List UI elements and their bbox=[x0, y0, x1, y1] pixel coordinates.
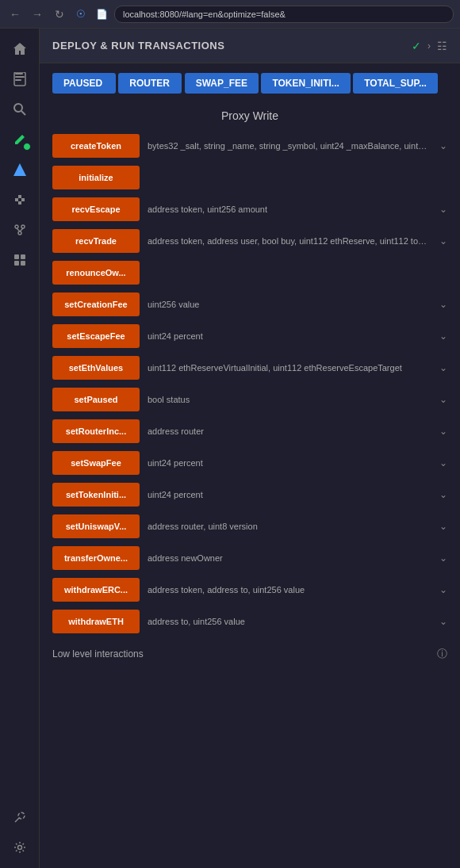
function-button[interactable]: setCreationFee bbox=[52, 293, 140, 316]
contract-btn-token-init[interactable]: TOKEN_INITI... bbox=[261, 73, 350, 94]
function-button[interactable]: setEscapeFee bbox=[52, 324, 140, 348]
function-button[interactable]: recvTrade bbox=[52, 229, 140, 253]
function-params: bytes32 _salt, string _name, string _sym… bbox=[140, 141, 436, 151]
function-row: setUniswapV...address router, uint8 vers… bbox=[52, 512, 447, 541]
function-button[interactable]: transferOwne... bbox=[52, 546, 140, 570]
function-params: address token, uint256 amount bbox=[140, 205, 436, 214]
sidebar-item-home[interactable] bbox=[6, 35, 34, 63]
function-button[interactable]: setEthValues bbox=[52, 356, 140, 380]
function-params: address router bbox=[140, 426, 436, 436]
sidebar-item-plugins[interactable] bbox=[6, 185, 34, 214]
chevron-down-icon[interactable]: ⌄ bbox=[439, 204, 447, 215]
check-icon: ✓ bbox=[412, 40, 421, 52]
contract-btn-router[interactable]: ROUTER bbox=[118, 73, 182, 94]
function-row: createTokenbytes32 _salt, string _name, … bbox=[52, 132, 447, 160]
deploy-header: DEPLOY & RUN TRANSACTIONS ✓ › ☷ bbox=[40, 29, 460, 63]
sidebar-item-files[interactable] bbox=[6, 65, 34, 94]
function-params: address token, address to, uint256 value bbox=[140, 585, 436, 595]
forward-button[interactable]: → bbox=[29, 6, 46, 23]
svg-rect-18 bbox=[14, 261, 19, 266]
function-params: address token, address user, bool buy, u… bbox=[140, 236, 436, 246]
function-params: uint256 value bbox=[140, 300, 436, 309]
function-row: setTokenIniti...uint24 percent⌄ bbox=[52, 480, 447, 509]
svg-line-5 bbox=[21, 111, 25, 115]
function-button[interactable]: withdrawETH bbox=[52, 610, 140, 633]
sidebar-item-extensions[interactable] bbox=[6, 246, 34, 274]
function-row: setCreationFeeuint256 value⌄ bbox=[52, 290, 447, 319]
svg-rect-1 bbox=[15, 76, 25, 78]
function-row: setRouterInc...address router⌄ bbox=[52, 417, 447, 445]
main-layout: DEPLOY & RUN TRANSACTIONS ✓ › ☷ PAUSED R… bbox=[0, 29, 460, 868]
sidebar-item-deploy[interactable] bbox=[6, 155, 34, 184]
contract-btn-total-sup[interactable]: TOTAL_SUP... bbox=[353, 73, 438, 94]
function-row: withdrawERC...address token, address to,… bbox=[52, 575, 447, 604]
url-text: localhost:8080/#lang=en&optimize=false& bbox=[123, 10, 286, 19]
chevron-down-icon[interactable]: ⌄ bbox=[439, 299, 447, 310]
chevron-down-icon[interactable]: ⌄ bbox=[439, 394, 447, 405]
chevron-down-icon[interactable]: ⌄ bbox=[439, 426, 447, 437]
svg-rect-19 bbox=[21, 261, 25, 266]
chevron-down-icon[interactable]: ⌄ bbox=[439, 362, 447, 373]
chevron-down-icon[interactable]: ⌄ bbox=[439, 457, 447, 468]
function-row: setEscapeFeeuint24 percent⌄ bbox=[52, 322, 447, 350]
function-list: createTokenbytes32 _salt, string _name, … bbox=[52, 132, 447, 636]
chevron-down-icon[interactable]: ⌄ bbox=[439, 616, 447, 627]
function-row: transferOwne...address newOwner⌄ bbox=[52, 544, 447, 572]
function-button[interactable]: createToken bbox=[52, 134, 140, 158]
refresh-button[interactable]: ↻ bbox=[51, 6, 68, 23]
function-button[interactable]: initialize bbox=[52, 166, 140, 189]
svg-line-15 bbox=[20, 228, 23, 231]
function-row: renounceOw... bbox=[52, 258, 447, 287]
svg-line-20 bbox=[15, 818, 19, 822]
deploy-title: DEPLOY & RUN TRANSACTIONS bbox=[52, 40, 405, 52]
chevron-down-icon[interactable]: ⌄ bbox=[439, 553, 447, 564]
sidebar bbox=[0, 29, 40, 868]
function-button[interactable]: setRouterInc... bbox=[52, 419, 140, 443]
sidebar-item-tools[interactable] bbox=[6, 803, 34, 832]
sidebar-item-settings[interactable] bbox=[6, 833, 34, 862]
svg-rect-10 bbox=[18, 201, 21, 205]
svg-rect-7 bbox=[15, 198, 18, 201]
svg-line-14 bbox=[17, 228, 20, 231]
function-params: uint24 percent bbox=[140, 458, 436, 468]
function-button[interactable]: setUniswapV... bbox=[52, 514, 140, 538]
arrow-icon[interactable]: › bbox=[427, 40, 431, 52]
chevron-down-icon[interactable]: ⌄ bbox=[439, 489, 447, 500]
url-bar[interactable]: localhost:8080/#lang=en&optimize=false& bbox=[114, 6, 454, 23]
chevron-down-icon[interactable]: ⌄ bbox=[439, 521, 447, 532]
low-level-label: Low level interactions bbox=[52, 648, 144, 660]
sidebar-item-git[interactable] bbox=[6, 216, 34, 244]
contract-buttons: PAUSED ROUTER SWAP_FEE TOKEN_INITI... TO… bbox=[52, 73, 447, 103]
function-button[interactable]: setPaused bbox=[52, 388, 140, 411]
low-level-interactions: Low level interactions ⓘ bbox=[52, 639, 447, 664]
chevron-down-icon[interactable]: ⌄ bbox=[439, 584, 447, 595]
svg-rect-16 bbox=[14, 254, 19, 259]
edit-badge bbox=[23, 143, 31, 151]
svg-rect-0 bbox=[15, 73, 23, 75]
file-icon: 📄 bbox=[94, 6, 109, 22]
contract-btn-swap-fee[interactable]: SWAP_FEE bbox=[185, 73, 259, 94]
svg-marker-6 bbox=[13, 163, 26, 176]
grid-icon[interactable]: ☷ bbox=[437, 40, 447, 52]
svg-rect-2 bbox=[15, 79, 21, 81]
function-button[interactable]: setTokenIniti... bbox=[52, 483, 140, 507]
info-icon[interactable]: ⓘ bbox=[437, 647, 447, 661]
chevron-down-icon[interactable]: ⌄ bbox=[439, 235, 447, 247]
sidebar-item-edit[interactable] bbox=[6, 125, 34, 154]
chevron-down-icon[interactable]: ⌄ bbox=[439, 140, 447, 151]
function-button[interactable]: setSwapFee bbox=[52, 451, 140, 475]
function-button[interactable]: recvEscape bbox=[52, 197, 140, 221]
content-panel: DEPLOY & RUN TRANSACTIONS ✓ › ☷ PAUSED R… bbox=[40, 29, 460, 868]
function-row: recvTradeaddress token, address user, bo… bbox=[52, 227, 447, 255]
function-row: setEthValuesuint112 ethReserveVirtualIni… bbox=[52, 354, 447, 382]
contract-btn-paused[interactable]: PAUSED bbox=[52, 73, 116, 94]
function-button[interactable]: withdrawERC... bbox=[52, 578, 140, 602]
function-params: bool status bbox=[140, 395, 436, 404]
function-button[interactable]: renounceOw... bbox=[52, 261, 140, 285]
back-button[interactable]: ← bbox=[6, 6, 24, 23]
shield-icon: ☉ bbox=[73, 6, 89, 22]
chevron-down-icon[interactable]: ⌄ bbox=[439, 331, 447, 342]
sidebar-item-search[interactable] bbox=[6, 95, 34, 124]
function-params: address router, uint8 version bbox=[140, 522, 436, 531]
proxy-write-title: Proxy Write bbox=[52, 109, 447, 122]
